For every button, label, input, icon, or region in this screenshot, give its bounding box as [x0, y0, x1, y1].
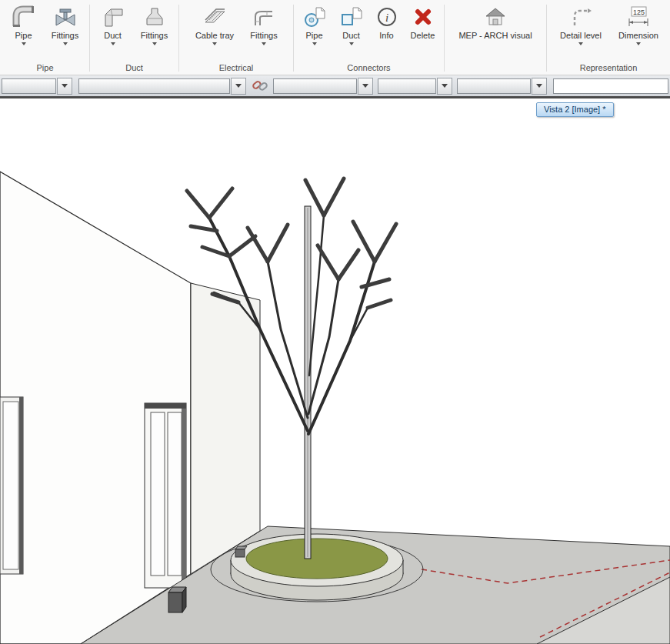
3d-viewport[interactable]: Vista 2 [Image] *: [0, 98, 670, 644]
delete-icon: [412, 5, 435, 29]
cable-tray-fittings-icon: [252, 5, 275, 29]
view-title-tooltip: Vista 2 [Image] *: [536, 102, 614, 117]
chevron-down-icon: [111, 42, 115, 45]
detail-level-icon: [569, 5, 592, 29]
chevron-down-icon: [262, 42, 266, 45]
button-label: Cable tray: [195, 31, 234, 40]
tree-trunk: [305, 206, 311, 559]
group-separator: [444, 5, 445, 72]
button-label: Fittings: [52, 31, 78, 40]
planter: [231, 534, 403, 600]
group-separator: [293, 5, 294, 72]
button-label: Detail level: [560, 31, 602, 40]
ribbon-group-electrical: Cable tray Fittings Electrical: [180, 0, 292, 75]
ribbon-button-duct-connector[interactable]: Duct: [333, 2, 370, 48]
planter-grass: [246, 539, 388, 579]
ribbon-button-dimension[interactable]: 125 Dimension: [611, 2, 666, 48]
chevron-down-icon: [212, 42, 217, 45]
ribbon-toolbar: Pipe Fittings Pipe: [0, 0, 670, 75]
ribbon-group-label-pipe: Pipe: [2, 62, 88, 75]
ribbon-group-label-mep-arch: [445, 62, 545, 75]
svg-text:i: i: [385, 12, 388, 24]
options-combo-5-dropdown-button[interactable]: [532, 78, 547, 95]
svg-text:125: 125: [633, 8, 645, 16]
options-combo-3[interactable]: [273, 78, 357, 94]
ribbon-button-pipe-fittings[interactable]: Fittings: [44, 2, 87, 48]
chevron-down-icon: [63, 42, 68, 45]
ribbon-button-duct[interactable]: Duct: [93, 2, 133, 48]
options-combo-3-dropdown-button[interactable]: [358, 78, 373, 95]
duct-elbow-icon: [102, 5, 125, 29]
pipe-elbow-icon: [12, 5, 35, 29]
chevron-down-icon: [578, 42, 583, 45]
group-separator: [178, 5, 179, 72]
options-combo-4-dropdown-button[interactable]: [437, 78, 452, 95]
ribbon-button-cable-tray-fittings[interactable]: Fittings: [242, 2, 285, 48]
button-label: Fittings: [250, 31, 277, 40]
ribbon-group-label-duct: Duct: [91, 62, 178, 75]
options-text-input[interactable]: [553, 78, 668, 94]
chevron-down-icon: [62, 84, 68, 88]
button-label: Pipe: [15, 31, 32, 40]
ribbon-group-mep-arch: MEP - ARCH visual: [445, 0, 545, 75]
options-combo-1[interactable]: [2, 78, 56, 94]
cable-tray-icon: [203, 5, 226, 29]
ribbon-group-label-connectors: Connectors: [295, 62, 443, 75]
ribbon-button-info[interactable]: i Info: [370, 2, 404, 42]
door-left: [0, 397, 23, 574]
options-combo-5[interactable]: [457, 78, 532, 94]
ribbon-group-label-representation: Representation: [548, 62, 669, 75]
chevron-down-icon: [312, 42, 317, 45]
button-label: Delete: [411, 31, 435, 40]
ribbon-group-representation: Detail level 125 Dimension: [548, 0, 669, 75]
duct-fittings-icon: [143, 5, 166, 29]
pipe-connector-icon: [303, 5, 326, 29]
button-label: Info: [379, 31, 393, 40]
button-label: Duct: [342, 31, 360, 40]
chevron-down-icon: [362, 84, 368, 88]
button-label: Dimension: [618, 31, 658, 40]
link-button[interactable]: [251, 77, 269, 95]
dimension-icon: 125: [627, 5, 650, 29]
group-separator: [546, 5, 547, 72]
chevron-down-icon: [235, 84, 242, 88]
options-bar: [0, 75, 670, 96]
chevron-down-icon: [536, 84, 542, 88]
trash-bin: [168, 587, 186, 612]
chevron-down-icon: [636, 42, 641, 45]
door-center: [145, 403, 186, 588]
info-icon: i: [375, 5, 398, 29]
button-label: Duct: [104, 31, 122, 40]
options-combo-1-dropdown-button[interactable]: [57, 78, 72, 95]
ribbon-button-duct-fittings[interactable]: Fittings: [133, 2, 176, 48]
options-combo-4[interactable]: [378, 78, 437, 94]
ribbon-button-mep-arch-visual[interactable]: MEP - ARCH visual: [449, 2, 542, 42]
options-combo-2[interactable]: [78, 78, 231, 94]
ribbon-button-pipe[interactable]: Pipe: [4, 2, 44, 48]
wall-side-face: [191, 283, 260, 574]
button-label: Fittings: [141, 31, 168, 40]
ribbon-button-cable-tray[interactable]: Cable tray: [187, 2, 242, 48]
pipe-fittings-icon: [54, 5, 77, 29]
chevron-down-icon: [349, 42, 354, 45]
chevron-down-icon: [152, 42, 157, 45]
ribbon-group-connectors: Pipe Duct i: [295, 0, 443, 75]
ribbon-button-pipe-connector[interactable]: Pipe: [296, 2, 333, 48]
link-chain-icon: [252, 76, 268, 95]
group-separator: [89, 5, 90, 72]
ribbon-group-pipe: Pipe Fittings Pipe: [2, 0, 88, 75]
ribbon-button-delete[interactable]: Delete: [404, 2, 442, 42]
button-label: Pipe: [305, 31, 322, 40]
3d-scene: [0, 98, 670, 644]
ribbon-group-duct: Duct Fittings Duct: [91, 0, 178, 75]
button-label: MEP - ARCH visual: [458, 31, 532, 40]
chevron-down-icon: [22, 42, 26, 45]
house-icon: [484, 5, 507, 29]
chevron-down-icon: [442, 84, 448, 88]
ribbon-button-detail-level[interactable]: Detail level: [551, 2, 611, 48]
ribbon-group-label-electrical: Electrical: [180, 62, 292, 75]
options-combo-2-dropdown-button[interactable]: [231, 78, 246, 95]
duct-connector-icon: [340, 5, 363, 29]
